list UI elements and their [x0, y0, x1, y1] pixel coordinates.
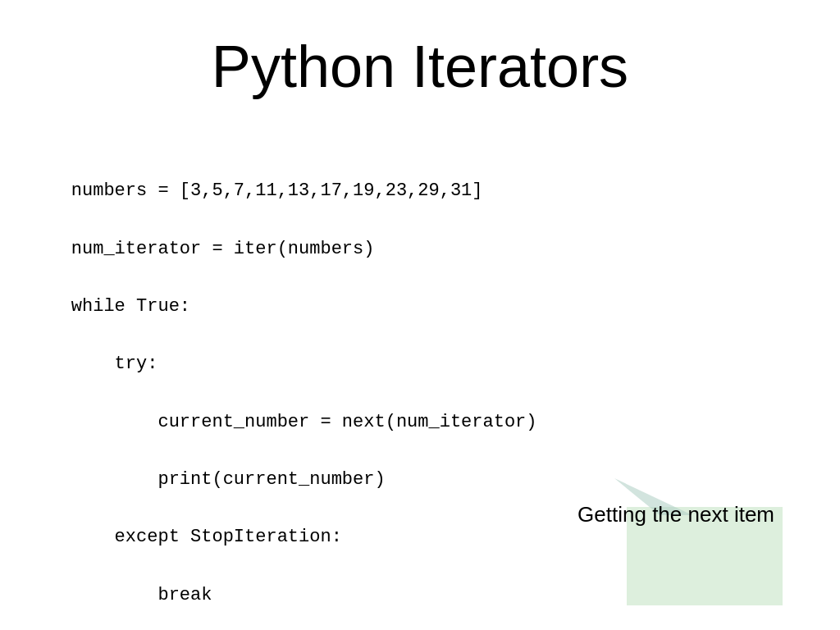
code-line-1: numbers = [3,5,7,11,13,17,19,23,29,31] — [71, 180, 483, 201]
code-line-3: while True: — [71, 296, 190, 317]
annotation-container: Getting the next item — [578, 502, 774, 532]
code-line-8: break — [71, 585, 212, 605]
code-block: numbers = [3,5,7,11,13,17,19,23,29,31] n… — [28, 148, 537, 630]
code-line-4: try: — [71, 354, 158, 374]
code-line-5: current_number = next(num_iterator) — [71, 412, 537, 432]
code-line-6: print(current_number) — [71, 469, 386, 490]
code-line-7: except StopIteration: — [71, 527, 342, 547]
slide: Python Iterators numbers = [3,5,7,11,13,… — [0, 0, 840, 630]
slide-title: Python Iterators — [0, 0, 840, 125]
annotation-label: Getting the next item — [578, 502, 774, 527]
code-line-2: num_iterator = iter(numbers) — [71, 239, 375, 259]
